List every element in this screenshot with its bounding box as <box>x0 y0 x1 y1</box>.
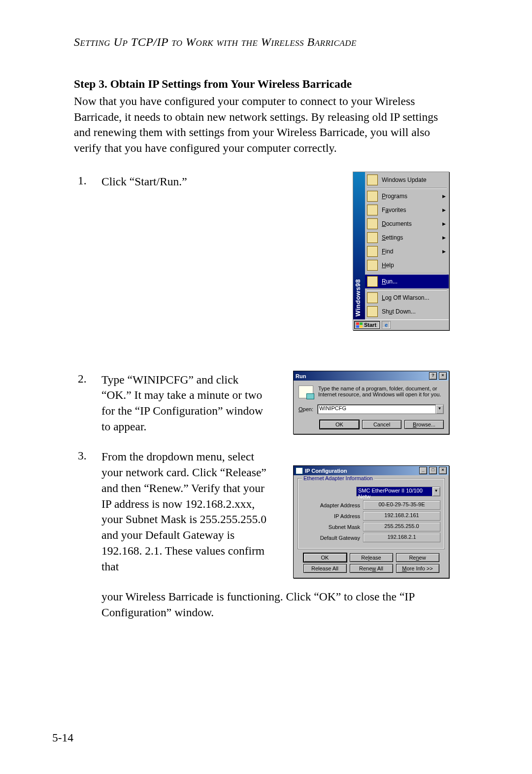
menu-item-label: Run... <box>382 278 446 285</box>
group-legend: Ethernet Adapter Information <box>302 475 374 481</box>
run-dialog: Run ? × Type the name of a program, fold… <box>293 371 449 434</box>
menu-item-help[interactable]: Help <box>365 258 449 272</box>
start-menu-brand-stripe: Windows98 <box>353 172 365 319</box>
menu-item-label: Favorites <box>382 207 438 213</box>
menu-item-label: Windows Update <box>382 176 446 183</box>
menu-separator <box>367 289 447 290</box>
run-dialog-icon <box>299 386 313 398</box>
start-menu-window: Windows98 Windows Update Programs ▶ Favo… <box>353 172 449 330</box>
release-button[interactable]: Release <box>350 553 393 562</box>
list-number: 3. <box>74 449 101 462</box>
intro-paragraph: Now that you have configured your comput… <box>74 94 453 156</box>
ipcfg-title-icon <box>296 467 303 474</box>
run-dialog-message: Type the name of a program, folder, docu… <box>318 386 444 397</box>
favorites-icon <box>367 205 378 215</box>
more-info-button[interactable]: More Info >> <box>396 564 439 573</box>
run-dialog-title: Run <box>296 373 306 379</box>
adapter-selected: SMC EtherPower II 10/100 Netw <box>357 487 432 496</box>
maximize-button[interactable]: □ <box>429 467 437 474</box>
taskbar: Start e <box>353 319 449 330</box>
submenu-arrow-icon: ▶ <box>442 194 446 199</box>
ipcfg-title: IP Configuration <box>305 468 347 474</box>
brand-version: 98 <box>354 279 362 286</box>
menu-item-label: Find <box>382 248 438 255</box>
menu-separator <box>367 273 447 274</box>
menu-item-documents[interactable]: Documents ▶ <box>365 217 449 231</box>
menu-item-label: Programs <box>382 193 438 200</box>
field-value: 192.168.2.161 <box>363 511 440 521</box>
ipcfg-titlebar: IP Configuration _ □ × <box>294 466 449 475</box>
open-input-value[interactable]: WINIPCFG <box>318 405 435 414</box>
documents-icon <box>367 218 378 229</box>
submenu-arrow-icon: ▶ <box>442 221 446 226</box>
menu-item-logoff[interactable]: Log Off Wlarson... <box>365 291 449 305</box>
field-adapter-address: Adapter Address 00-E0-29-75-35-9E <box>302 500 440 510</box>
taskbar-ie-icon[interactable]: e <box>382 321 391 329</box>
page-header-title: Setting Up TCP/IP to Work with the Wirel… <box>74 35 468 49</box>
step-heading: Step 3. Obtain IP Settings from Your Wir… <box>74 77 468 91</box>
settings-icon <box>367 232 378 243</box>
open-combobox[interactable]: WINIPCFG ▼ <box>317 404 444 414</box>
ok-button[interactable]: OK <box>303 553 347 562</box>
menu-item-label: Shut Down... <box>382 308 446 315</box>
menu-item-find[interactable]: Find ▶ <box>365 245 449 258</box>
close-button[interactable]: × <box>439 467 447 474</box>
list-text: From the dropdown menu, select your netw… <box>101 449 269 574</box>
field-value: 192.168.2.1 <box>363 533 440 542</box>
ip-configuration-dialog: IP Configuration _ □ × Ethernet Adapter … <box>293 465 449 578</box>
list-text-continued: your Wireless Barricade is functioning. … <box>101 589 446 620</box>
menu-item-settings[interactable]: Settings ▶ <box>365 231 449 245</box>
logoff-icon <box>367 292 378 303</box>
field-label: Adapter Address <box>302 502 363 508</box>
start-menu-items: Windows Update Programs ▶ Favorites ▶ Do… <box>365 172 449 319</box>
field-ip-address: IP Address 192.168.2.161 <box>302 511 440 521</box>
dropdown-arrow-icon[interactable]: ▼ <box>435 405 443 414</box>
menu-separator <box>367 188 447 188</box>
menu-item-label: Help <box>382 262 446 269</box>
release-all-button[interactable]: Release All <box>303 564 347 573</box>
submenu-arrow-icon: ▶ <box>442 208 446 212</box>
close-button[interactable]: × <box>439 372 447 380</box>
menu-item-label: Settings <box>382 234 438 241</box>
page-number: 5-14 <box>52 731 73 744</box>
list-number: 1. <box>74 174 101 187</box>
programs-icon <box>367 191 378 202</box>
list-number: 2. <box>74 372 101 386</box>
list-text: Type “WINIPCFG” and click “OK.” It may t… <box>101 372 269 435</box>
help-icon <box>367 260 378 271</box>
open-label: Open: <box>299 406 313 412</box>
run-icon <box>367 276 378 287</box>
menu-item-label: Log Off Wlarson... <box>382 294 446 301</box>
windows-update-icon <box>367 175 378 185</box>
menu-item-windows-update[interactable]: Windows Update <box>365 173 449 187</box>
ok-button[interactable]: OK <box>320 420 359 429</box>
adapter-info-group: Ethernet Adapter Information SMC EtherPo… <box>298 478 445 549</box>
menu-item-favorites[interactable]: Favorites ▶ <box>365 203 449 217</box>
menu-item-programs[interactable]: Programs ▶ <box>365 189 449 203</box>
menu-item-run[interactable]: Run... <box>365 275 449 288</box>
list-text: Click “Start/Run.” <box>101 174 187 190</box>
menu-item-shutdown[interactable]: Shut Down... <box>365 305 449 318</box>
menu-item-label: Documents <box>382 220 438 227</box>
help-button[interactable]: ? <box>429 372 437 380</box>
minimize-button[interactable]: _ <box>419 467 427 474</box>
dropdown-arrow-icon[interactable]: ▼ <box>432 487 440 496</box>
run-dialog-titlebar: Run ? × <box>294 371 449 381</box>
browse-button[interactable]: Browse... <box>404 420 444 429</box>
submenu-arrow-icon: ▶ <box>442 235 446 240</box>
windows-flag-icon <box>356 322 363 328</box>
renew-button[interactable]: Renew <box>396 553 439 562</box>
adapter-combobox[interactable]: SMC EtherPower II 10/100 Netw ▼ <box>356 487 440 496</box>
cancel-button[interactable]: Cancel <box>362 420 401 429</box>
start-button[interactable]: Start <box>354 321 380 329</box>
field-value: 255.255.255.0 <box>363 522 440 531</box>
start-button-label: Start <box>364 322 376 328</box>
renew-all-button[interactable]: Renew All <box>350 564 393 573</box>
brand-word: Windows <box>354 287 362 317</box>
shutdown-icon <box>367 306 378 317</box>
field-subnet-mask: Subnet Mask 255.255.255.0 <box>302 522 440 531</box>
find-icon <box>367 246 378 257</box>
submenu-arrow-icon: ▶ <box>442 249 446 254</box>
field-label: Subnet Mask <box>302 524 363 530</box>
field-default-gateway: Default Gateway 192.168.2.1 <box>302 533 440 542</box>
